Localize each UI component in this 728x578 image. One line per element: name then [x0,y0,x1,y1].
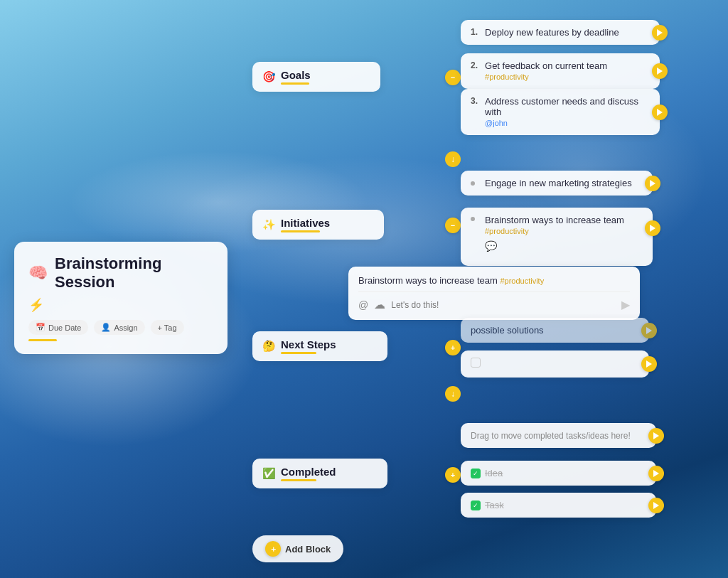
goals-task-1: 1. Deploy new features by deadline [461,20,660,45]
initiatives-collapse-btn[interactable]: − [445,218,461,233]
task-checkbox[interactable]: ✓ [471,501,481,510]
goals-text: Goals [281,69,311,81]
yellow-bar [28,339,57,341]
initiatives-task-2: Brainstorm ways to increase team #produc… [461,208,653,266]
completed-task-1-text: Drag to move completed tasks/ideas here! [471,431,631,441]
main-title-text: Brainstorming Session [55,255,213,291]
initiatives-task-1: Engage in new marketing strategies [461,171,653,196]
goals-task-3: 3. Address customer needs and discuss wi… [461,89,660,135]
initiatives-task-2-text: Brainstorm ways to increase team [485,215,624,225]
tag-label: + Tag [158,323,177,332]
completed-task-1-arrow[interactable] [648,428,664,444]
completed-task-2-arrow[interactable] [648,466,664,481]
section-completed: ✅ Completed [252,459,387,488]
comment-input-row: @ ☁ ▶ [358,291,630,311]
canvas: 🧠 Brainstorming Session ⚡ 📅 Due Date 👤 A… [0,0,728,578]
initiatives-task-1-text: Engage in new marketing strategies [485,178,632,188]
goals-underline [281,82,309,85]
goals-collapse-btn[interactable]: − [445,70,461,85]
completed-emoji: ✅ [262,467,276,480]
section-next-steps: 🤔 Next Steps [252,331,387,361]
assign-pill[interactable]: 👤 Assign [94,320,144,335]
empty-checkbox[interactable] [471,358,481,368]
comment-tag: #productivity [500,277,544,285]
brain-emoji: 🧠 [28,264,48,282]
task-2-arrow[interactable] [652,63,668,79]
due-date-label: Due Date [48,323,81,332]
next-steps-add-btn[interactable]: + [445,340,461,355]
completed-add-btn[interactable]: + [445,467,461,483]
dot-bullet-2 [471,217,475,221]
comment-task-text: Brainstorm ways to increase team #produc… [358,275,630,286]
dot-bullet-1 [471,181,475,186]
initiatives-task-2-arrow[interactable] [645,220,660,236]
next-steps-underline [281,352,316,354]
add-block-label: Add Block [285,544,331,555]
initiatives-label: ✨ Initiatives [262,217,374,232]
completed-text: Completed [281,466,336,478]
completed-task-2: ✓ Idea [461,461,656,486]
lightning-emoji: ⚡ [28,298,44,312]
next-steps-label: 🤔 Next Steps [262,338,378,354]
comment-icon[interactable]: 💬 [485,240,624,252]
initiatives-underline [281,230,320,232]
task-2-tag: #productivity [485,73,529,81]
send-button[interactable]: ▶ [621,298,630,311]
section-goals: 🎯 Goals [252,62,380,92]
main-card-actions: 📅 Due Date 👤 Assign + Tag [28,320,213,335]
goals-emoji: 🎯 [262,70,276,83]
calendar-icon: 📅 [36,323,46,332]
section-initiatives: ✨ Initiatives [252,210,384,240]
next-steps-emoji: 🤔 [262,340,276,353]
task-2-text: Get feedback on current team [485,60,607,71]
attach-icon: ☁ [374,298,385,311]
next-steps-down-arrow[interactable]: ↓ [445,386,461,402]
comment-input[interactable] [391,300,616,310]
task-text: Task [485,500,504,510]
comment-box: Brainstorm ways to increase team #produc… [348,267,640,320]
initiatives-task-2-tag: #productivity [485,227,529,235]
completed-task-3-arrow[interactable] [648,498,664,513]
completed-task-3: ✓ Task [461,493,656,518]
next-steps-task-1-arrow[interactable] [641,323,657,338]
assign-label: Assign [114,323,137,332]
next-steps-task-1-text: possible solutions [471,325,544,336]
mention-icon: @ [358,299,368,311]
main-card: 🧠 Brainstorming Session ⚡ 📅 Due Date 👤 A… [14,242,228,354]
completed-underline [281,479,316,481]
add-block-icon: ＋ [265,541,281,557]
add-icon: ＋ [269,544,277,555]
person-icon: 👤 [101,323,111,332]
tag-pill[interactable]: + Tag [151,320,184,335]
goals-label: 🎯 Goals [262,69,370,85]
completed-task-1: Drag to move completed tasks/ideas here! [461,423,656,448]
goals-down-arrow[interactable]: ↓ [445,151,461,167]
task-number-3: 3. [471,96,478,106]
task-3-text: Address customer needs and discuss with [485,96,650,117]
task-number-2: 2. [471,60,478,70]
completed-label: ✅ Completed [262,466,378,481]
initiatives-task-1-arrow[interactable] [645,176,660,191]
add-block-button[interactable]: ＋ Add Block [252,535,343,562]
next-steps-task-2 [461,350,649,378]
main-card-title: 🧠 Brainstorming Session [28,255,213,291]
due-date-pill[interactable]: 📅 Due Date [28,320,88,335]
task-number-1: 1. [471,27,478,37]
goals-task-2: 2. Get feedback on current team #product… [461,53,660,89]
task-1-arrow[interactable] [652,25,668,41]
task-3-arrow[interactable] [652,105,668,120]
task-3-mention: @john [485,119,508,127]
task-1-text: Deploy new features by deadline [485,27,619,38]
initiatives-text: Initiatives [281,217,330,229]
idea-text: Idea [485,468,503,478]
initiatives-emoji: ✨ [262,218,276,231]
next-steps-task-1: possible solutions [461,318,649,343]
idea-checkbox[interactable]: ✓ [471,469,481,478]
next-steps-text: Next Steps [281,338,336,350]
next-steps-task-2-arrow[interactable] [641,356,657,372]
